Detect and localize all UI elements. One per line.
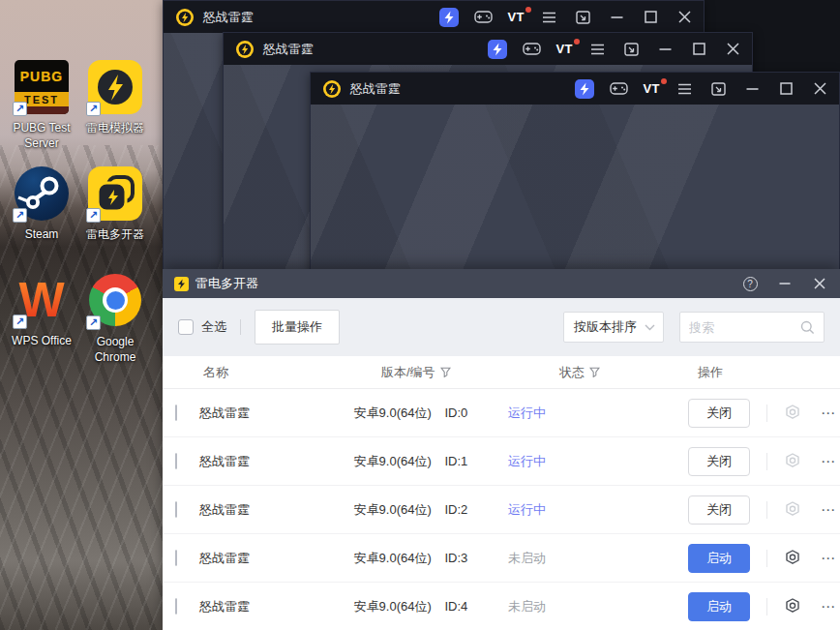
row-checkbox[interactable] (175, 501, 177, 518)
close-icon[interactable] (811, 275, 828, 292)
manager-app-icon (174, 277, 189, 291)
help-icon[interactable]: ? (741, 275, 759, 292)
instance-id: ID:2 (444, 502, 467, 517)
desktop-icon-multi-instance[interactable]: ↗ 雷电多开器 (78, 166, 152, 242)
shortcut-arrow-icon: ↗ (13, 315, 27, 329)
close-instance-button[interactable]: 关闭 (688, 495, 750, 525)
row-checkbox[interactable] (175, 550, 177, 566)
desktop: PUBG TEST ↗ PUBG Test Server ↗ 雷电模拟器 (0, 0, 840, 630)
settings-gear-icon[interactable] (782, 499, 803, 521)
emulator-titlebar[interactable]: 怒战雷霆 VT (164, 1, 704, 33)
start-instance-button[interactable]: 启动 (688, 592, 750, 621)
row-checkbox[interactable] (175, 453, 177, 469)
close-icon[interactable] (723, 40, 742, 59)
filter-icon[interactable] (589, 367, 600, 377)
instance-status: 未启动 (508, 598, 628, 615)
instance-status: 未启动 (508, 550, 628, 567)
select-all-checkbox[interactable] (178, 319, 194, 335)
instance-version: 安卓9.0(64位) (354, 502, 432, 517)
sort-dropdown[interactable]: 按版本排序 (563, 312, 664, 343)
more-actions-icon[interactable]: ⋯ (817, 453, 840, 470)
header-status: 状态 (559, 364, 585, 381)
header-version: 版本/编号 (381, 364, 435, 381)
action-divider (766, 453, 767, 470)
shrink-window-icon[interactable] (708, 79, 728, 99)
instance-version: 安卓9.0(64位) (354, 551, 432, 565)
boost-icon[interactable] (439, 8, 459, 27)
menu-icon[interactable] (587, 40, 607, 59)
filter-icon[interactable] (440, 367, 451, 377)
settings-gear-icon[interactable] (782, 451, 803, 472)
action-divider (766, 598, 767, 615)
start-instance-button[interactable]: 启动 (688, 544, 750, 573)
more-actions-icon[interactable]: ⋯ (817, 501, 840, 519)
instance-row: 怒战雷霆 安卓9.0(64位) ID:4 未启动 启动 ⋯ (163, 583, 840, 630)
emulator-titlebar[interactable]: 怒战雷霆 VT (311, 73, 839, 105)
desktop-icon-pubg-test-server[interactable]: PUBG TEST ↗ PUBG Test Server (5, 60, 78, 151)
more-actions-icon[interactable]: ⋯ (817, 598, 840, 615)
desktop-icon-label: Steam (5, 226, 78, 242)
app-logo-icon (235, 40, 255, 59)
menu-icon[interactable] (539, 8, 558, 27)
gamepad-icon[interactable] (473, 8, 493, 27)
desktop-icon-google-chrome[interactable]: ↗ Google Chrome (78, 273, 152, 365)
shrink-window-icon[interactable] (621, 40, 641, 59)
instance-id: ID:0 (444, 405, 467, 420)
manager-titlebar[interactable]: 雷电多开器 ? (163, 269, 840, 298)
emulator-screen[interactable] (311, 105, 839, 274)
close-icon[interactable] (675, 8, 694, 27)
maximize-icon[interactable] (776, 79, 795, 99)
instance-name: 怒战雷霆 (199, 453, 353, 470)
more-actions-icon[interactable]: ⋯ (817, 405, 840, 422)
chevron-down-icon (645, 324, 655, 331)
action-divider (766, 405, 767, 422)
app-logo-icon (322, 79, 342, 99)
vt-badge[interactable]: VT (555, 42, 573, 56)
minimize-icon[interactable] (776, 275, 794, 292)
menu-icon[interactable] (675, 79, 694, 99)
batch-operations-button[interactable]: 批量操作 (255, 310, 340, 345)
maximize-icon[interactable] (689, 40, 708, 59)
settings-gear-icon[interactable] (782, 548, 803, 569)
desktop-icon-label: WPS Office (5, 333, 78, 348)
instance-status: 运行中 (508, 405, 628, 422)
header-action: 操作 (698, 364, 840, 381)
desktop-icon-label: PUBG Test Server (5, 120, 78, 151)
minimize-icon[interactable] (655, 40, 675, 59)
settings-gear-icon[interactable] (782, 596, 803, 617)
emulator-window-3: 怒战雷霆 VT (310, 72, 840, 275)
window-title: 怒战雷霆 (203, 9, 254, 26)
search-box (679, 312, 825, 343)
chrome-icon-core (106, 291, 125, 310)
row-checkbox[interactable] (175, 405, 177, 421)
gamepad-icon[interactable] (609, 79, 628, 99)
instance-version: 安卓9.0(64位) (354, 405, 432, 420)
maximize-icon[interactable] (641, 8, 660, 27)
settings-gear-icon[interactable] (782, 403, 803, 424)
vt-badge[interactable]: VT (507, 10, 525, 24)
boost-icon[interactable] (575, 79, 594, 99)
shortcut-arrow-icon: ↗ (13, 208, 27, 223)
window-title: 怒战雷霆 (350, 80, 401, 98)
select-all-label: 全选 (201, 318, 226, 336)
minimize-icon[interactable] (607, 8, 626, 27)
manager-toolbar: 全选 批量操作 按版本排序 (163, 298, 840, 356)
desktop-icon-ldplayer[interactable]: ↗ 雷电模拟器 (78, 60, 152, 135)
close-instance-button[interactable]: 关闭 (688, 447, 750, 476)
instance-name: 怒战雷霆 (199, 598, 353, 615)
desktop-icon-wps-office[interactable]: W ↗ WPS Office (5, 273, 78, 348)
instance-id: ID:4 (444, 599, 467, 614)
shrink-window-icon[interactable] (573, 8, 592, 27)
desktop-icon-steam[interactable]: ↗ Steam (5, 166, 78, 242)
minimize-icon[interactable] (742, 79, 762, 99)
close-icon[interactable] (810, 79, 829, 99)
search-input[interactable] (689, 320, 800, 335)
instance-row: 怒战雷霆 安卓9.0(64位) ID:0 运行中 关闭 ⋯ (163, 389, 840, 437)
gamepad-icon[interactable] (522, 40, 541, 59)
vt-badge[interactable]: VT (643, 81, 660, 96)
row-checkbox[interactable] (175, 598, 177, 615)
emulator-titlebar[interactable]: 怒战雷霆 VT (224, 33, 752, 65)
close-instance-button[interactable]: 关闭 (688, 399, 750, 428)
boost-icon[interactable] (488, 40, 507, 59)
more-actions-icon[interactable]: ⋯ (817, 550, 840, 567)
